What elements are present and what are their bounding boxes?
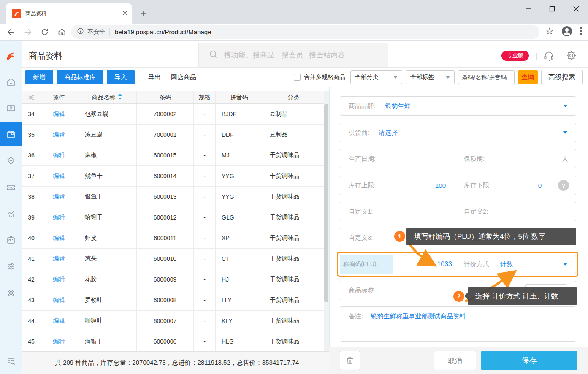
sidebar-item-products-active[interactable] [0, 122, 22, 146]
pricing-mode-select[interactable]: 计价方式: 计数 [455, 255, 576, 274]
row-number: 40 [22, 228, 41, 248]
note-field[interactable]: 备注: 银豹生鲜称重事业部测试商品资料 [340, 306, 576, 342]
custom2-field[interactable]: 自定义2: [455, 202, 576, 221]
gear-icon[interactable] [566, 50, 577, 63]
edit-link[interactable]: 编辑 [53, 276, 65, 283]
edit-link[interactable]: 编辑 [53, 296, 65, 304]
sidebar-item-members[interactable] [0, 152, 22, 169]
sidebar-item-staff[interactable] [0, 232, 22, 249]
sort-icon[interactable] [118, 94, 122, 101]
app-header: 商品资料 专业版 [22, 43, 588, 68]
barcode-search-input[interactable] [458, 70, 515, 84]
scrollbar-thumb[interactable] [324, 104, 328, 302]
sidebar-item-tools[interactable] [0, 285, 22, 301]
column-header-pinyin[interactable]: 拼音码 [216, 91, 263, 103]
row-number: 41 [22, 249, 41, 269]
new-tab-button[interactable] [138, 8, 149, 19]
merge-specs-label[interactable]: 合并多规格商品 [304, 73, 345, 81]
plu-input-group: 称编码(PLU): 1033 [340, 255, 455, 274]
help-icon[interactable]: ? [558, 180, 569, 191]
browser-tab[interactable]: 商品资料 [6, 3, 132, 24]
url-bar[interactable]: 不安全 beta19.pospal.cn/Product/Manage [71, 25, 539, 39]
export-link[interactable]: 导出 [148, 73, 161, 81]
support-headset-icon[interactable] [543, 50, 555, 63]
sidebar-item-coupons[interactable]: % [0, 179, 22, 196]
column-tools-icon[interactable] [22, 91, 41, 103]
sidebar-item-reports[interactable] [0, 206, 22, 222]
sidebar-item-settings[interactable] [0, 258, 22, 275]
info-icon[interactable] [77, 27, 84, 36]
column-header-name[interactable]: 商品名称 [77, 91, 137, 103]
import-button[interactable]: 导入 [107, 70, 135, 84]
window-maximize-button[interactable] [542, 3, 562, 15]
supplier-select[interactable]: 供货商: 请选择 [340, 123, 576, 142]
category-filter-select[interactable]: 全部分类 [350, 70, 402, 84]
edit-link[interactable]: 编辑 [53, 172, 65, 180]
table-body: 34 编辑 包浆豆腐 7000002 - BJDF 豆制品 35 编辑 冻豆腐 … [22, 104, 324, 352]
sidebar-item-cashier[interactable]: ¥ [0, 100, 22, 117]
stock-help[interactable]: ? [551, 176, 576, 195]
pinyin-cell: GLG [216, 207, 263, 228]
cancel-button[interactable]: 取消 [434, 351, 476, 370]
column-header-category[interactable]: 分类 [263, 91, 324, 103]
window-minimize-button[interactable] [518, 3, 538, 15]
shelf-life-field[interactable]: 保质期: 天 [455, 149, 576, 168]
tag-filter-select[interactable]: 全部标签 [406, 70, 455, 84]
edit-link[interactable]: 编辑 [53, 110, 65, 118]
plu-label: 称编码(PLU): [340, 255, 393, 274]
barcode-cell: 7000002 [137, 104, 194, 124]
edit-link[interactable]: 编辑 [53, 317, 65, 325]
forward-icon[interactable] [19, 24, 36, 41]
category-cell: 干货调味品 [263, 187, 324, 207]
spec-cell: - [194, 104, 216, 124]
stock-min-field[interactable]: 库存下限: 0 [455, 176, 551, 195]
product-name-cell: 花胶 [77, 269, 137, 290]
advanced-search-button[interactable]: 高级搜索 [541, 70, 583, 84]
plu-input[interactable]: 1033 [393, 255, 455, 274]
header-divider [536, 53, 537, 60]
back-icon[interactable] [3, 24, 19, 41]
edition-badge: 专业版 [501, 51, 529, 61]
stock-max-field[interactable]: 库存上限: 100 [340, 176, 455, 195]
brand-select[interactable]: 商品品牌: 银豹生鲜 [340, 96, 576, 116]
edit-link[interactable]: 编辑 [53, 234, 65, 242]
global-search-input[interactable] [224, 51, 376, 60]
production-date-field[interactable]: 生产日期: [340, 149, 455, 168]
standard-library-button[interactable]: 商品标准库 [57, 70, 103, 84]
save-button[interactable]: 保存 [481, 351, 577, 370]
online-store-link[interactable]: 网店商品 [171, 73, 196, 81]
edit-link[interactable]: 编辑 [53, 255, 65, 263]
column-header-op[interactable]: 操作 [41, 91, 77, 103]
sidebar-item-home[interactable] [0, 73, 22, 90]
edit-link[interactable]: 编辑 [53, 338, 65, 345]
edit-link[interactable]: 编辑 [53, 152, 65, 159]
column-header-barcode[interactable]: 条码 [137, 91, 194, 103]
panel-divider [329, 87, 330, 347]
table-row: 41 编辑 葱头 6000010 - CT 干货调味品 [22, 249, 324, 269]
home-icon[interactable] [53, 24, 70, 41]
barcode-cell: 6000014 [137, 166, 194, 186]
sidebar-item-query[interactable] [0, 352, 22, 369]
custom1-field[interactable]: 自定义1: [340, 202, 455, 221]
chrome-menu-icon[interactable] [580, 27, 582, 37]
tab-close-icon[interactable] [122, 10, 127, 17]
browser-address-bar: 不安全 beta19.pospal.cn/Product/Manage [0, 24, 588, 41]
edit-link[interactable]: 编辑 [53, 193, 65, 201]
bookmark-star-icon[interactable] [545, 27, 554, 37]
table-scrollbar[interactable] [324, 91, 329, 351]
reload-icon[interactable] [36, 24, 53, 41]
edit-link[interactable]: 编辑 [53, 131, 65, 138]
summary-text: 共 209 种商品，库存总量：2070042.73，总进价：2811913.52… [55, 359, 299, 367]
add-product-button[interactable]: 新增 [25, 70, 53, 84]
pospal-favicon-icon [12, 9, 21, 18]
delete-button[interactable] [340, 351, 360, 370]
edit-link[interactable]: 编辑 [53, 214, 65, 221]
merge-specs-checkbox[interactable] [294, 74, 301, 81]
column-header-spec[interactable]: 规格 [194, 91, 216, 103]
window-close-button[interactable] [566, 3, 586, 15]
query-button[interactable]: 查询 [518, 70, 538, 84]
barcode-cell: 6000010 [137, 249, 194, 269]
pospal-logo-icon[interactable] [0, 43, 22, 68]
global-search[interactable] [198, 43, 388, 67]
profile-avatar[interactable] [561, 26, 572, 38]
